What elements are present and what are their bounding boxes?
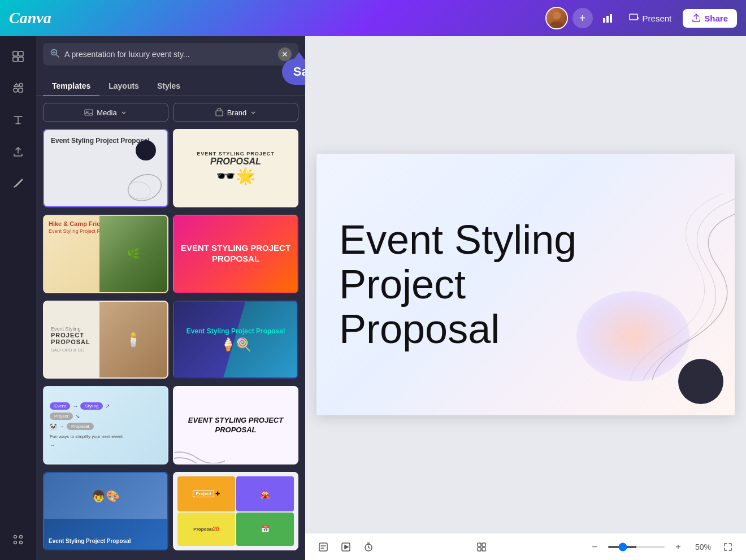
- svg-rect-5: [630, 14, 637, 20]
- apps-icon[interactable]: [5, 526, 32, 553]
- template-panel: ✕ Sarah Templates Layouts Styles Media B…: [36, 36, 305, 560]
- present-label: Present: [643, 14, 672, 23]
- bottom-left-controls: [314, 538, 378, 556]
- search-input[interactable]: [64, 50, 274, 59]
- template-icon: 🎪: [259, 488, 271, 499]
- svg-rect-4: [610, 14, 612, 23]
- svg-rect-20: [216, 111, 223, 116]
- filter-row: Media Brand: [36, 96, 305, 129]
- panels-icon[interactable]: [5, 43, 32, 70]
- slide-text: Event Styling Project Proposal: [316, 195, 610, 375]
- template-card[interactable]: EVENT STYLING PROJECT PROPOSAL: [173, 215, 298, 293]
- header: Canva + Present Share: [0, 0, 746, 36]
- analytics-button[interactable]: [597, 8, 618, 28]
- svg-rect-8: [19, 51, 23, 56]
- text-icon[interactable]: [5, 106, 32, 133]
- template-card[interactable]: EVENT STYLING PROJECT PROPOSAL 🕶️🌟: [173, 129, 298, 207]
- template-emoji: 📅: [236, 513, 294, 546]
- svg-point-1: [549, 21, 563, 29]
- media-filter-label: Media: [97, 108, 116, 117]
- template-title: EVENT STYLING PROJECT PROPOSAL: [179, 243, 293, 264]
- search-clear-button[interactable]: ✕: [278, 47, 292, 61]
- svg-rect-28: [482, 543, 485, 546]
- zoom-out-button[interactable]: −: [585, 538, 604, 556]
- svg-point-16: [20, 541, 23, 544]
- main-layout: ✕ Sarah Templates Layouts Styles Media B…: [0, 36, 746, 560]
- svg-marker-25: [345, 545, 348, 549]
- share-button[interactable]: Share: [683, 9, 737, 28]
- template-card[interactable]: Hike & Camp Friends Event Styling Projec…: [43, 215, 168, 293]
- template-card[interactable]: Event Styling Project Proposal: [43, 129, 168, 207]
- brand-filter-label: Brand: [227, 108, 247, 117]
- svg-point-21: [124, 173, 162, 202]
- template-card[interactable]: Event → Styling ↗ Project ↘ 🐼 → Proposal…: [43, 386, 168, 465]
- share-label: Share: [704, 14, 728, 23]
- add-button[interactable]: +: [572, 8, 593, 28]
- tabs: Templates Layouts Styles: [36, 70, 305, 96]
- template-card[interactable]: EVENT STYLING PROJECT PROPOSAL: [173, 386, 298, 465]
- avatar: [545, 7, 568, 29]
- svg-point-13: [14, 536, 17, 539]
- svg-rect-18: [85, 110, 93, 115]
- timer-icon[interactable]: [359, 538, 378, 556]
- media-filter-button[interactable]: Media: [43, 103, 168, 122]
- template-author: SALFORD & CO: [51, 348, 93, 353]
- bottom-bar: − + 50%: [305, 533, 746, 560]
- tag: Proposal: [67, 423, 94, 430]
- fullscreen-button[interactable]: [719, 538, 737, 556]
- template-sublabel: Proposal: [193, 527, 212, 532]
- template-emoji: 🕶️🌟: [216, 167, 255, 185]
- template-title: EVENT STYLING PROJECT: [197, 151, 275, 157]
- svg-rect-27: [478, 543, 481, 546]
- zoom-slider[interactable]: [608, 546, 665, 548]
- zoom-in-button[interactable]: +: [669, 538, 687, 556]
- svg-rect-11: [19, 88, 23, 92]
- elements-icon[interactable]: [5, 75, 32, 102]
- svg-rect-30: [482, 548, 485, 551]
- canva-logo: Canva: [9, 9, 51, 27]
- template-card[interactable]: Project ✚ 🎪 Proposal 20 📅: [173, 472, 298, 550]
- template-card[interactable]: 👦🎨 Event Styling Project Proposal: [43, 472, 168, 550]
- svg-rect-2: [603, 18, 605, 23]
- slide-title: Event Styling Project Proposal: [339, 218, 610, 352]
- svg-marker-6: [637, 16, 639, 20]
- template-card[interactable]: Event Styling Project Proposal 🍦🍭: [173, 301, 298, 379]
- svg-rect-23: [319, 543, 327, 551]
- template-emoji: 🍦🍭: [220, 337, 251, 352]
- slide[interactable]: Event Styling Project Proposal: [316, 154, 735, 415]
- template-title: Event Styling Project Proposal: [186, 327, 285, 335]
- svg-point-14: [20, 536, 23, 539]
- tag: Project: [50, 413, 73, 420]
- template-label: Event Styling: [51, 326, 93, 332]
- zoom-label: 50%: [692, 542, 714, 552]
- svg-rect-29: [478, 548, 481, 551]
- draw-icon[interactable]: [5, 170, 32, 197]
- upload-icon[interactable]: [5, 138, 32, 165]
- template-title: EVENT STYLING PROJECT PROPOSAL: [180, 416, 292, 435]
- grid-view-icon[interactable]: [472, 538, 491, 556]
- tab-templates[interactable]: Templates: [43, 77, 99, 96]
- tab-styles[interactable]: Styles: [148, 77, 189, 96]
- brand-filter-button[interactable]: Brand: [173, 103, 298, 122]
- template-title: Event Styling Project Proposal: [49, 537, 163, 545]
- templates-grid: Event Styling Project Proposal EVENT STY…: [36, 129, 305, 560]
- play-icon[interactable]: [337, 538, 355, 556]
- template-subtitle: PROPOSAL: [210, 157, 261, 167]
- svg-rect-10: [19, 57, 23, 62]
- canvas-area: Event Styling Project Proposal: [305, 36, 746, 560]
- avatar-image: [547, 8, 567, 28]
- header-left: Canva: [9, 9, 51, 27]
- template-title: PROJECT PROPOSAL: [51, 332, 93, 345]
- canvas-inner[interactable]: Event Styling Project Proposal: [305, 36, 746, 533]
- circle-decoration: [678, 359, 723, 404]
- bottom-right-controls: − + 50%: [585, 538, 737, 556]
- svg-point-15: [14, 541, 17, 544]
- template-card[interactable]: Event Styling PROJECT PROPOSAL SALFORD &…: [43, 301, 168, 379]
- search-box: ✕: [43, 43, 298, 66]
- tab-layouts[interactable]: Layouts: [99, 77, 148, 96]
- svg-point-0: [552, 11, 560, 19]
- bottom-center-controls: [472, 538, 491, 556]
- svg-rect-3: [606, 16, 609, 23]
- present-button[interactable]: Present: [622, 8, 679, 28]
- notes-icon[interactable]: [314, 538, 332, 556]
